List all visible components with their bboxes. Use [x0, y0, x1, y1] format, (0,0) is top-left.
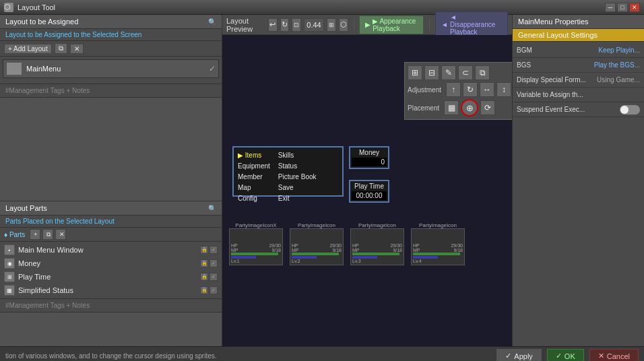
party-icon-3: PartyImageIcon HP29/30 MP9/18 Lv.4 — [411, 222, 465, 265]
prop-value-bgm[interactable]: Keep Playin... — [598, 46, 640, 54]
right-panel: MainMenu Properties General Layout Setti… — [512, 15, 644, 346]
management-header-2: #Management Tags + Notes — [0, 298, 222, 313]
party-stats-0: HP29/30 MP9/18 — [231, 243, 281, 253]
redo-button[interactable]: ↻ — [280, 18, 290, 32]
main-container: Layout to be Assigned 🔍 Layout to be Ass… — [0, 15, 644, 346]
playtime-value: 00:00:00 — [352, 191, 387, 200]
table-icon-btn[interactable]: ⊟ — [424, 65, 439, 80]
close-button[interactable]: ✕ — [629, 3, 640, 12]
add-layout-button[interactable]: + Add Layout — [4, 44, 52, 54]
search-icon[interactable]: 🔍 — [208, 18, 216, 26]
title-bar: ⬡ Layout Tool ─ □ ✕ — [0, 0, 644, 15]
party-hp-1 — [292, 253, 339, 255]
barchart-icon-btn[interactable]: ▦ — [444, 100, 459, 115]
prop-value-display[interactable]: Using Game... — [597, 76, 640, 84]
adj-flip-h-btn[interactable]: ↔ — [480, 82, 494, 97]
party-stats-3: HP29/30 MP9/18 — [413, 243, 463, 253]
part-item-2[interactable]: ⊞ Play Time 🔒 ✓ — [1, 270, 220, 284]
placement-circle-btn[interactable]: ⊕ — [461, 99, 478, 117]
lock-icon-2[interactable]: 🔒 — [200, 273, 208, 281]
center-toolbar: Layout Preview ↩ ↻ ⊡ 0.44 ⊞ ⬡ ▶ ▶ Appear… — [222, 15, 512, 35]
right-panel-title: MainMenu Properties — [513, 15, 644, 29]
minimize-button[interactable]: ─ — [605, 3, 616, 12]
parts-header: Layout Parts 🔍 — [0, 201, 222, 216]
pencil-icon-btn[interactable]: ✎ — [441, 65, 456, 80]
disappearance-playback-button[interactable]: ◄ ◄ Disappearance Playback — [435, 11, 508, 38]
lock-icon-3[interactable]: 🔒 — [200, 286, 208, 294]
scale-down-button[interactable]: ⊡ — [292, 18, 301, 32]
party-img-3: HP29/30 MP9/18 Lv.4 — [411, 228, 465, 265]
delete-layout-button[interactable]: ✕ — [70, 44, 84, 54]
menu-col-1: ▶ Items Equipment Member Map Config — [234, 147, 274, 207]
lock-icon-0[interactable]: 🔒 — [200, 246, 208, 254]
disappear-label: ◄ Disappearance Playback — [450, 13, 502, 36]
prop-label-bgm: BGM — [517, 46, 598, 54]
party-stats-1: HP29/30 MP9/18 — [292, 243, 342, 253]
cancel-label: Cancel — [607, 352, 630, 360]
adj-up-btn[interactable]: ↑ — [446, 82, 461, 97]
undo-button[interactable]: ↩ — [268, 18, 278, 32]
right-props-list: BGM Keep Playin... BGS Play the BGS... D… — [513, 42, 644, 119]
lock-icon-1[interactable]: 🔒 — [200, 259, 208, 267]
layout-assign-title: Layout to be Assigned — [5, 18, 78, 26]
monitor-button[interactable]: ⬡ — [339, 18, 348, 32]
check-icon-3[interactable]: ✓ — [210, 286, 218, 294]
part-item-1[interactable]: ◉ Money 🔒 ✓ — [1, 257, 220, 270]
status-bar: tion of various windows, and to change t… — [0, 346, 644, 361]
party-hp-0 — [231, 253, 278, 255]
parts-section: Layout Parts 🔍 Parts Placed on the Selec… — [0, 201, 222, 298]
prop-label-bgs: BGS — [517, 61, 594, 69]
link-icon-btn[interactable]: ⊂ — [458, 65, 473, 80]
parts-search-icon[interactable]: 🔍 — [208, 205, 216, 212]
delete-part-button[interactable]: ✕ — [55, 229, 66, 240]
management-header-1: #Management Tags + Notes — [0, 84, 222, 98]
copy-part-button[interactable]: ⧉ — [42, 229, 53, 240]
add-part-button[interactable]: + — [30, 229, 40, 240]
part-icons-2: 🔒 ✓ — [200, 273, 218, 281]
management-notes-1 — [0, 98, 222, 201]
party-row: PartyImageIconX HP29/30 MP9/18 Lv.1 Part… — [229, 222, 465, 265]
prop-value-bgs[interactable]: Play the BGS... — [594, 61, 640, 69]
copy-layout-button[interactable]: ⧉ — [55, 43, 67, 54]
parts-list: ▪ Main Menu Window 🔒 ✓ ◉ Money 🔒 ✓ — [0, 242, 222, 298]
play-icon: ▶ — [365, 21, 371, 28]
canvas-area: ⊞ ⊟ ✎ ⊂ ⧉ Adjustment ↑ ↻ ↔ ↕ Placement ▦… — [222, 35, 512, 346]
party-hp-3 — [413, 253, 460, 255]
part-item-3[interactable]: ▦ Simplified Status 🔒 ✓ — [1, 284, 220, 297]
apply-label: Apply — [514, 352, 533, 360]
apply-button[interactable]: ✓ Apply — [496, 349, 542, 361]
layout-item[interactable]: MainMenu ✓ — [3, 59, 219, 78]
main-menu-window[interactable]: ▶ Items Equipment Member Map Config Skil… — [232, 146, 344, 197]
playtime-label: Play Time — [352, 183, 387, 190]
zoom-value: 0.44 — [304, 18, 323, 32]
grid2-icon-btn[interactable]: ⧉ — [475, 65, 490, 80]
part-name-1: Money — [18, 259, 197, 267]
scale-up-button[interactable]: ⊞ — [327, 18, 336, 32]
menu-col-2: Skills Status Picture Book Save Exit — [274, 147, 321, 207]
tilt-icon-btn[interactable]: ⟳ — [480, 100, 495, 115]
check-icon-2[interactable]: ✓ — [210, 273, 218, 281]
status-text: tion of various windows, and to change t… — [5, 352, 491, 360]
appearance-label: ▶ Appearance Playback — [373, 18, 418, 32]
check-icon-0[interactable]: ✓ — [210, 246, 218, 254]
party-img-1: HP29/30 MP9/18 Lv.2 — [290, 228, 344, 265]
check-icon-1[interactable]: ✓ — [210, 259, 218, 267]
appearance-playback-button[interactable]: ▶ ▶ Appearance Playback — [359, 15, 424, 34]
app-icon: ⬡ — [4, 3, 13, 12]
party-icon-2: PartyImageIcon HP29/30 MP9/18 Lv.3 — [350, 222, 404, 265]
parts-toolbar: ♦ Parts + ⧉ ✕ — [0, 228, 222, 242]
title-bar-controls: ─ □ ✕ — [605, 3, 640, 12]
suspend-toggle[interactable] — [620, 105, 640, 114]
prop-row-bgs: BGS Play the BGS... — [513, 58, 644, 73]
cancel-button[interactable]: ✕ Cancel — [589, 349, 639, 361]
adj-rotate-btn[interactable]: ↻ — [463, 82, 478, 97]
party-label-0: PartyImageIconX — [229, 222, 283, 228]
part-item-0[interactable]: ▪ Main Menu Window 🔒 ✓ — [1, 243, 220, 257]
adj-flip-v-btn[interactable]: ↕ — [496, 82, 511, 97]
part-name-0: Main Menu Window — [18, 246, 197, 254]
ok-button[interactable]: ✓ OK — [547, 349, 584, 361]
party-img-0: HP29/30 MP9/18 Lv.1 — [229, 228, 283, 265]
general-layout-settings-header: General Layout Settings — [513, 29, 644, 42]
maximize-button[interactable]: □ — [617, 3, 628, 12]
grid-icon-btn[interactable]: ⊞ — [408, 65, 422, 80]
